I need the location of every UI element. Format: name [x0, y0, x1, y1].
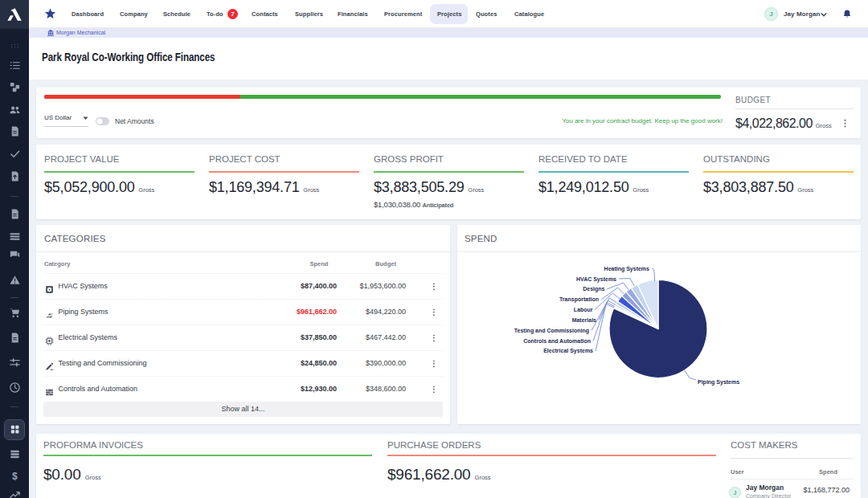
svg-text:Piping Systems: Piping Systems — [698, 379, 739, 386]
svg-text:Heating Systems: Heating Systems — [604, 266, 650, 272]
svg-text:Labour: Labour — [574, 307, 593, 312]
svg-text:Controls and Automation: Controls and Automation — [523, 338, 591, 344]
svg-text:$: $ — [12, 471, 18, 482]
svg-text:Designs: Designs — [583, 286, 604, 292]
svg-text:HVAC Systems: HVAC Systems — [576, 276, 616, 283]
svg-text:Transportation: Transportation — [559, 296, 599, 303]
svg-text:Electrical Systems: Electrical Systems — [543, 348, 593, 354]
svg-text:Testing and Commissioning: Testing and Commissioning — [514, 328, 589, 334]
svg-text:Materials: Materials — [572, 317, 596, 323]
